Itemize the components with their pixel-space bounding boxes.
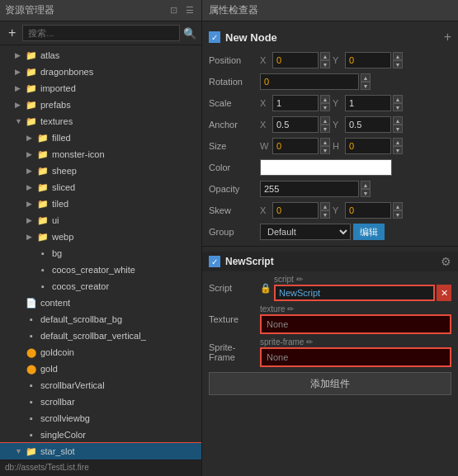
sprite-frame-field[interactable]: None <box>260 347 451 367</box>
tree-item-scrollviewbg[interactable]: ▪scrollviewbg <box>0 410 201 427</box>
size-w-down[interactable]: ▼ <box>320 146 330 154</box>
anchor-y-input[interactable] <box>345 116 391 133</box>
size-h-down[interactable]: ▼ <box>393 146 403 154</box>
gear-icon[interactable]: ⚙ <box>441 255 451 268</box>
group-edit-button[interactable]: 编辑 <box>353 224 385 240</box>
tree-item-singleColor[interactable]: ▪singleColor <box>0 427 201 443</box>
tree-item-atlas[interactable]: ▶📁atlas <box>0 47 201 64</box>
scale-y-up[interactable]: ▲ <box>393 95 403 103</box>
tree-arrow: ▶ <box>26 216 36 224</box>
tree-item-sliced[interactable]: ▶📁sliced <box>0 179 201 196</box>
node-add-button[interactable]: + <box>444 30 451 45</box>
scale-y-input[interactable] <box>345 95 391 111</box>
tree-item-default_scrollbar_vertical_[interactable]: ▪default_scrollbar_vertical_ <box>0 328 201 344</box>
tree-item-dragonbones[interactable]: ▶📁dragonbones <box>0 64 201 80</box>
tree-item-gold[interactable]: ⬤gold <box>0 361 201 377</box>
component-checkbox[interactable]: ✓ <box>209 256 220 267</box>
tree-icon-image: ▪ <box>36 280 50 293</box>
size-row: Size W ▲ ▼ H ▲ ▼ <box>209 137 451 155</box>
position-y-spinner: ▲ ▼ <box>393 52 403 68</box>
scale-x-up[interactable]: ▲ <box>320 95 330 103</box>
opacity-input[interactable] <box>260 181 359 197</box>
tree-label: star_slot <box>40 446 75 456</box>
skew-x-input[interactable] <box>272 202 319 219</box>
tree-arrow: ▶ <box>26 183 36 191</box>
left-panel-icon2[interactable]: ☰ <box>183 4 196 16</box>
skew-x-down[interactable]: ▼ <box>320 210 330 219</box>
tree-item-cocos_creator_white[interactable]: ▪cocos_creator_white <box>0 262 201 278</box>
scale-x-input[interactable] <box>272 95 319 111</box>
tree-icon-image: ▪ <box>36 247 50 260</box>
position-x-input[interactable] <box>272 52 319 68</box>
tree-item-imported[interactable]: ▶📁imported <box>0 80 201 97</box>
position-y-up[interactable]: ▲ <box>393 52 403 60</box>
rotation-up[interactable]: ▲ <box>361 73 371 82</box>
tree-item-cocos_creator[interactable]: ▪cocos_creator <box>0 278 201 295</box>
tree-item-webp[interactable]: ▶📁webp <box>0 229 201 245</box>
anchor-x-up[interactable]: ▲ <box>320 116 330 125</box>
skew-y-up[interactable]: ▲ <box>393 202 403 210</box>
node-checkbox[interactable]: ✓ <box>209 31 220 43</box>
scale-y-down[interactable]: ▼ <box>393 103 403 111</box>
rotation-down[interactable]: ▼ <box>361 82 371 90</box>
opacity-up[interactable]: ▲ <box>361 181 371 189</box>
scale-x-down[interactable]: ▼ <box>320 103 330 111</box>
bottom-bar-path: db://assets/TestList.fire <box>5 463 89 472</box>
skew-y-down[interactable]: ▼ <box>393 210 403 219</box>
opacity-row: Opacity ▲ ▼ <box>209 180 451 198</box>
search-input[interactable] <box>22 25 180 41</box>
position-x-down[interactable]: ▼ <box>320 60 330 68</box>
tree-item-scrollbarVertical[interactable]: ▪scrollbarVertical <box>0 377 201 394</box>
tree-icon-folder: 📁 <box>25 115 38 128</box>
tree-item-default_scrollbar_bg[interactable]: ▪default_scrollbar_bg <box>0 311 201 328</box>
position-x-up[interactable]: ▲ <box>320 52 330 60</box>
size-w-input[interactable] <box>272 138 319 154</box>
tree-icon-image: ▪ <box>25 313 38 326</box>
script-field[interactable]: NewScript <box>274 285 435 301</box>
add-component-button[interactable]: 添加组件 <box>209 372 451 395</box>
tree-item-textures[interactable]: ▼📁textures <box>0 113 201 130</box>
group-select[interactable]: Default <box>260 224 351 240</box>
texture-field[interactable]: None <box>260 314 451 334</box>
tree-icon-folder: 📁 <box>25 65 38 78</box>
size-h-input[interactable] <box>345 138 391 154</box>
tree-item-tiled[interactable]: ▶📁tiled <box>0 196 201 212</box>
skew-y-input[interactable] <box>345 202 391 219</box>
search-icon[interactable]: 🔍 <box>183 27 196 40</box>
size-h-spinner: ▲ ▼ <box>393 138 403 154</box>
script-remove-button[interactable]: ✕ <box>437 285 451 301</box>
anchor-x-down[interactable]: ▼ <box>320 125 330 133</box>
add-asset-button[interactable]: + <box>5 26 19 40</box>
tree-label: goldcoin <box>40 347 74 357</box>
tree-container[interactable]: ▶📁atlas▶📁dragonbones▶📁imported▶📁prefabs▼… <box>0 45 201 460</box>
tree-item-star_slot[interactable]: ▼📁star_slot <box>0 443 201 460</box>
properties-section: Position X ▲ ▼ Y ▲ ▼ <box>202 51 458 241</box>
tree-item-scrollbar[interactable]: ▪scrollbar <box>0 394 201 410</box>
anchor-y-down[interactable]: ▼ <box>393 125 403 133</box>
color-swatch[interactable] <box>260 159 392 176</box>
position-y-down[interactable]: ▼ <box>393 60 403 68</box>
size-label: Size <box>209 141 260 151</box>
scale-y-spinner: ▲ ▼ <box>393 95 403 111</box>
position-y-input[interactable] <box>345 52 391 68</box>
anchor-y-up[interactable]: ▲ <box>393 116 403 125</box>
tree-item-sheep[interactable]: ▶📁sheep <box>0 163 201 179</box>
anchor-y-label: Y <box>333 120 342 130</box>
tree-label: prefabs <box>40 100 71 110</box>
tree-item-filled[interactable]: ▶📁filled <box>0 130 201 146</box>
tree-label: cocos_creator_white <box>52 265 135 275</box>
skew-x-up[interactable]: ▲ <box>320 202 330 210</box>
tree-arrow: ▶ <box>26 233 36 241</box>
tree-item-ui[interactable]: ▶📁ui <box>0 212 201 229</box>
tree-item-goldcoin[interactable]: ⬤goldcoin <box>0 344 201 361</box>
size-h-up[interactable]: ▲ <box>393 138 403 146</box>
tree-item-content[interactable]: 📄content <box>0 295 201 311</box>
rotation-input[interactable] <box>260 73 359 90</box>
opacity-down[interactable]: ▼ <box>361 189 371 197</box>
anchor-x-input[interactable] <box>272 116 319 133</box>
tree-item-bg[interactable]: ▪bg <box>0 245 201 262</box>
left-panel-icon1[interactable]: ⊡ <box>168 4 180 16</box>
tree-item-prefabs[interactable]: ▶📁prefabs <box>0 97 201 113</box>
tree-item-monster-icon[interactable]: ▶📁monster-icon <box>0 146 201 163</box>
size-w-up[interactable]: ▲ <box>320 138 330 146</box>
